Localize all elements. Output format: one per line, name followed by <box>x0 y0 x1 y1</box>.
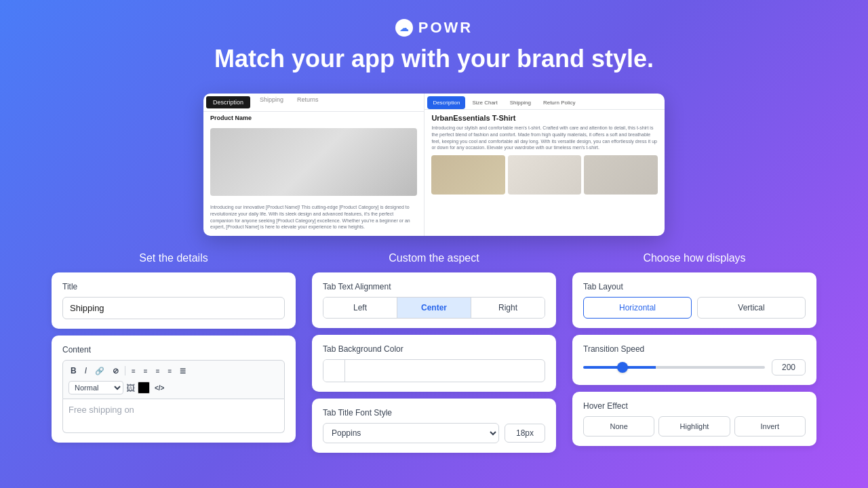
content-card: Content B I 🔗 ⊘ ≡ ≡ ≡ ≡ ☰ Normal Heading… <box>52 336 296 443</box>
preview-tab-return-right[interactable]: Return Policy <box>538 96 581 109</box>
preview-tab-description-left[interactable]: Description <box>206 96 250 108</box>
hover-invert-btn[interactable]: Invert <box>734 416 806 436</box>
list-button[interactable]: ☰ <box>178 366 188 376</box>
preview-tab-shipping-left[interactable]: Shipping <box>253 94 290 111</box>
code-button[interactable]: </> <box>153 383 166 393</box>
preview-product-image <box>210 128 417 196</box>
section-how-displays: Choose how displays Tab Layout Horizonta… <box>572 252 816 460</box>
alignment-btn-group: Left Center Right <box>323 297 545 319</box>
preview-box: Description Shipping Returns Product Nam… <box>203 94 665 236</box>
bg-color-label: Tab Background Color <box>323 344 545 354</box>
preview-tab-returns-left[interactable]: Returns <box>290 94 326 111</box>
how-displays-title: Choose how displays <box>572 252 816 264</box>
preview-tabs-left: Description Shipping Returns <box>203 94 424 112</box>
preview-images-row <box>431 155 658 195</box>
logo: POWR <box>0 19 868 37</box>
align-left-button[interactable]: ≡ <box>130 366 138 376</box>
erase-button[interactable]: ⊘ <box>111 365 121 377</box>
layout-vertical-btn[interactable]: Vertical <box>697 297 806 319</box>
content-label: Content <box>62 345 285 354</box>
layout-horizontal-btn[interactable]: Horizontal <box>583 297 692 319</box>
hover-highlight-btn[interactable]: Highlight <box>658 416 730 436</box>
preview-product-img-3 <box>584 155 658 195</box>
editor-toolbar: B I 🔗 ⊘ ≡ ≡ ≡ ≡ ☰ Normal Heading 1 Headi… <box>62 360 285 399</box>
font-family-select[interactable]: Poppins Roboto Arial <box>323 423 499 443</box>
preview-tab-desc-right[interactable]: Description <box>427 96 465 109</box>
section-set-details: Set the details Title Content B I 🔗 ⊘ ≡ … <box>52 252 296 460</box>
align-center-button[interactable]: ≡ <box>142 366 150 376</box>
speed-slider[interactable] <box>583 366 765 369</box>
alignment-card: Tab Text Alignment Left Center Right <box>312 272 556 328</box>
hover-none-btn[interactable]: None <box>583 416 654 436</box>
italic-button[interactable]: I <box>83 365 89 377</box>
align-center-btn[interactable]: Center <box>397 298 471 318</box>
align-right-btn[interactable]: Right <box>471 298 545 318</box>
alignment-label: Tab Text Alignment <box>323 282 545 291</box>
text-color-swatch[interactable] <box>138 382 150 394</box>
headline: Match your app with your brand style. <box>0 45 868 73</box>
font-row: Poppins Roboto Arial <box>323 423 545 443</box>
bg-color-card: Tab Background Color <box>312 335 556 392</box>
font-size-input[interactable] <box>505 424 545 443</box>
preview-product-desc: Introducing our stylish and comfortable … <box>431 125 658 151</box>
hover-btn-group: None Highlight Invert <box>583 416 806 436</box>
preview-tab-ship-right[interactable]: Shipping <box>505 96 536 109</box>
preview-product-img-2 <box>508 155 582 195</box>
layout-card: Tab Layout Horizontal Vertical <box>572 272 816 328</box>
set-details-title: Set the details <box>52 252 296 264</box>
preview-product-img-1 <box>431 155 505 195</box>
font-card: Tab Title Font Style Poppins Roboto Aria… <box>312 399 556 453</box>
align-right-button[interactable]: ≡ <box>154 366 162 376</box>
slider-row: 200 <box>583 359 806 375</box>
title-card: Title <box>52 272 296 329</box>
preview-product-title: UrbanEssentials T-Shirt <box>431 114 658 122</box>
font-style-select[interactable]: Normal Heading 1 Heading 2 <box>68 381 123 394</box>
title-label: Title <box>62 282 285 291</box>
bold-button[interactable]: B <box>68 365 79 377</box>
preview-desc-text: Introducing our innovative [Product Name… <box>203 201 424 233</box>
font-label: Tab Title Font Style <box>323 408 545 418</box>
layout-btn-group: Horizontal Vertical <box>583 297 806 319</box>
hover-label: Hover Effect <box>583 401 806 411</box>
preview-product-name: Product Name <box>203 112 424 123</box>
align-left-btn[interactable]: Left <box>323 298 397 318</box>
title-input[interactable] <box>62 297 285 319</box>
color-preview[interactable] <box>323 360 345 382</box>
link-button[interactable]: 🔗 <box>93 365 106 377</box>
powr-logo-icon <box>395 19 413 37</box>
layout-label: Tab Layout <box>583 282 806 291</box>
sections: Set the details Title Content B I 🔗 ⊘ ≡ … <box>0 247 868 465</box>
preview-right: Description Size Chart Shipping Return P… <box>425 94 665 236</box>
editor-content: Free shipping on <box>68 405 134 415</box>
section-custom-aspect: Custom the aspect Tab Text Alignment Lef… <box>312 252 556 460</box>
color-input-row <box>323 359 545 382</box>
preview-tab-size-right[interactable]: Size Chart <box>467 96 502 109</box>
indent-button[interactable]: ≡ <box>166 366 174 376</box>
editor-body[interactable]: Free shipping on <box>62 399 285 433</box>
preview-tabs-right: Description Size Chart Shipping Return P… <box>425 94 665 110</box>
preview-container: Description Shipping Returns Product Nam… <box>0 87 868 247</box>
preview-left: Description Shipping Returns Product Nam… <box>203 94 425 236</box>
toolbar-sep-1 <box>125 366 125 375</box>
custom-aspect-title: Custom the aspect <box>312 252 556 264</box>
speed-value: 200 <box>772 359 806 375</box>
preview-right-content: UrbanEssentials T-Shirt Introducing our … <box>425 110 665 199</box>
speed-label: Transition Speed <box>583 344 806 354</box>
preview-image-inner <box>210 128 417 196</box>
header: POWR Match your app with your brand styl… <box>0 0 868 87</box>
logo-text: POWR <box>418 19 473 37</box>
image-insert-icon[interactable]: 🖼 <box>126 383 135 393</box>
speed-card: Transition Speed 200 <box>572 335 816 385</box>
hover-card: Hover Effect None Highlight Invert <box>572 392 816 446</box>
